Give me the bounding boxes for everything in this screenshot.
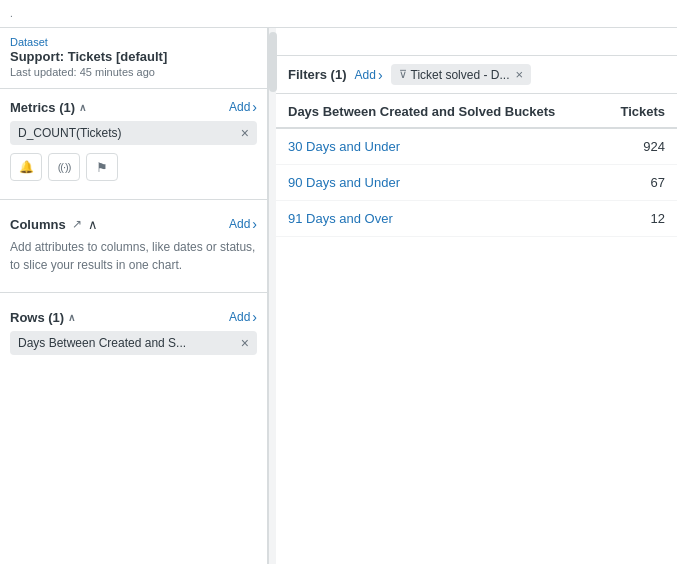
table-container: Days Between Created and Solved Buckets …	[276, 94, 677, 564]
columns-add-button[interactable]: Add	[229, 216, 257, 232]
metrics-section: Metrics (1) ∧ Add D_COUNT(Tickets) × 🔔 (…	[0, 89, 267, 193]
divider-2	[0, 292, 267, 293]
count-cell: 67	[601, 165, 677, 201]
rows-add-button[interactable]: Add	[229, 309, 257, 325]
columns-section-title: Columns	[10, 217, 66, 232]
bell-icon-button[interactable]: 🔔	[10, 153, 42, 181]
rows-section-title: Rows (1) ∧	[10, 310, 75, 325]
results-table: Days Between Created and Solved Buckets …	[276, 94, 677, 237]
filter-chip: ⊽ Ticket solved - D... ×	[391, 64, 532, 85]
export-icon[interactable]: ↗	[72, 217, 82, 231]
count-cell: 12	[601, 201, 677, 237]
filters-label: Filters (1)	[288, 67, 347, 82]
metric-chip: D_COUNT(Tickets) ×	[10, 121, 257, 145]
left-scroll-divider	[268, 28, 276, 564]
columns-title-row: Columns ↗ ∧	[10, 217, 98, 232]
row-chip: Days Between Created and S... ×	[10, 331, 257, 355]
columns-chevron-icon: ∧	[88, 217, 98, 232]
metrics-section-title: Metrics (1) ∧	[10, 100, 86, 115]
dataset-info: Dataset Support: Tickets [default] Last …	[0, 28, 267, 89]
flag-icon-button[interactable]: ⚑	[86, 153, 118, 181]
left-panel: Dataset Support: Tickets [default] Last …	[0, 28, 268, 564]
count-cell: 924	[601, 128, 677, 165]
bell-icon: 🔔	[19, 160, 34, 174]
filter-funnel-icon: ⊽	[399, 68, 407, 81]
dot-separator: .	[10, 8, 13, 19]
metrics-add-button[interactable]: Add	[229, 99, 257, 115]
columns-section: Columns ↗ ∧ Add Add attributes to column…	[0, 206, 267, 286]
metric-icon-row: 🔔 ((·)) ⚑	[10, 153, 257, 181]
signal-icon-button[interactable]: ((·))	[48, 153, 80, 181]
col-bucket-header: Days Between Created and Solved Buckets	[276, 94, 601, 128]
metric-chip-label: D_COUNT(Tickets)	[18, 126, 122, 140]
signal-icon: ((·))	[58, 161, 71, 173]
table-row: 90 Days and Under67	[276, 165, 677, 201]
table-row: 91 Days and Over12	[276, 201, 677, 237]
bucket-cell[interactable]: 91 Days and Over	[276, 201, 601, 237]
filter-bar: Filters (1) Add ⊽ Ticket solved - D... ×	[276, 56, 677, 94]
dataset-updated: Last updated: 45 minutes ago	[10, 66, 257, 78]
top-bar: .	[0, 0, 677, 28]
columns-placeholder-text: Add attributes to columns, like dates or…	[10, 238, 257, 274]
dataset-label[interactable]: Dataset	[10, 36, 257, 48]
bucket-cell[interactable]: 30 Days and Under	[276, 128, 601, 165]
right-panel: Filters (1) Add ⊽ Ticket solved - D... ×…	[276, 28, 677, 564]
table-row: 30 Days and Under924	[276, 128, 677, 165]
metric-chip-close[interactable]: ×	[241, 126, 249, 140]
row-chip-label: Days Between Created and S...	[18, 336, 186, 350]
metrics-chevron-icon: ∧	[79, 102, 86, 113]
dataset-name: Support: Tickets [default]	[10, 49, 257, 64]
rows-chevron-icon: ∧	[68, 312, 75, 323]
bucket-cell[interactable]: 90 Days and Under	[276, 165, 601, 201]
filter-chip-label: Ticket solved - D...	[411, 68, 510, 82]
filter-add-button[interactable]: Add	[355, 67, 383, 83]
main-layout: Dataset Support: Tickets [default] Last …	[0, 28, 677, 564]
rows-section-header: Rows (1) ∧ Add	[10, 309, 257, 325]
flag-icon: ⚑	[96, 160, 108, 175]
divider-1	[0, 199, 267, 200]
rows-section: Rows (1) ∧ Add Days Between Created and …	[0, 299, 267, 355]
metrics-section-header: Metrics (1) ∧ Add	[10, 99, 257, 115]
columns-section-header: Columns ↗ ∧ Add	[10, 216, 257, 232]
table-header-row: Days Between Created and Solved Buckets …	[276, 94, 677, 128]
row-chip-close[interactable]: ×	[241, 336, 249, 350]
right-top-bar	[276, 28, 677, 56]
filter-chip-close[interactable]: ×	[515, 67, 523, 82]
col-tickets-header: Tickets	[601, 94, 677, 128]
